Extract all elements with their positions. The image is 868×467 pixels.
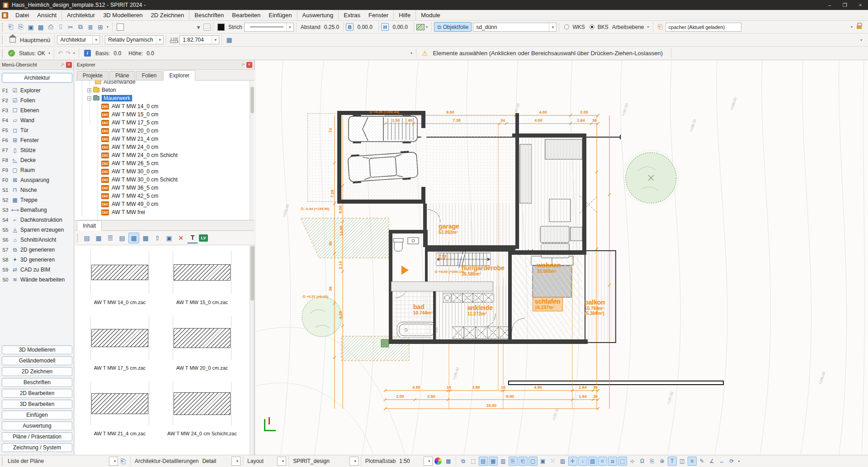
- menu-item[interactable]: Ansicht: [33, 10, 62, 20]
- more-colors-button[interactable]: …: [203, 24, 211, 31]
- center-snap-icon[interactable]: ⊹: [628, 457, 637, 466]
- explorer-tab[interactable]: Explorer: [163, 70, 195, 81]
- crop-icon[interactable]: ⌗: [598, 457, 607, 466]
- layout-grid-icon[interactable]: ▦: [444, 457, 453, 466]
- magnet-icon[interactable]: Ω: [638, 457, 647, 466]
- undo-icon[interactable]: ↶: [58, 50, 63, 57]
- statusbar-overflow-icon[interactable]: ▾: [738, 459, 740, 463]
- sidebar-item[interactable]: F0 ⊠ Aussparung: [0, 175, 74, 185]
- objektfolie-toggle[interactable]: ⧉Objektfolie: [434, 22, 472, 32]
- move-tool-icon[interactable]: ✛: [568, 457, 577, 466]
- sidebar-item[interactable]: F1 ☑ Explorer: [0, 86, 74, 95]
- explorer-tab[interactable]: Projekte: [77, 71, 108, 80]
- wks-radio[interactable]: [564, 24, 569, 29]
- scale-select[interactable]: 1:82.704▾: [179, 35, 219, 44]
- sidebar-item[interactable]: S9 ⇄ CAD zu BIM: [0, 265, 74, 275]
- menu-item[interactable]: Bearbeiten: [228, 10, 264, 20]
- color-dropdown-icon[interactable]: ▾: [193, 22, 203, 32]
- layout-dropdown[interactable]: ▾: [277, 457, 286, 466]
- lines-tool-icon[interactable]: ≡: [688, 457, 697, 466]
- tree-scrollbar[interactable]: [250, 81, 254, 220]
- menu-item[interactable]: Beschriften: [190, 10, 228, 20]
- menu-item[interactable]: Datei: [11, 10, 33, 20]
- folie-front-icon[interactable]: ▢: [528, 457, 538, 466]
- layout-label[interactable]: Layout: [247, 458, 264, 464]
- clipboard-lock-icon[interactable]: ⎘: [648, 457, 657, 466]
- layer-settings-icon[interactable]: ▦: [224, 35, 234, 45]
- folder-up-icon[interactable]: ⇧: [152, 233, 163, 243]
- plan-list-dropdown[interactable]: ▾: [109, 457, 118, 466]
- sidebar-nav-button[interactable]: 3D Modellieren: [2, 345, 72, 354]
- arrow-down-icon[interactable]: ↓: [578, 457, 587, 466]
- sidebar-item[interactable]: S3 ⟷ Bemaßung: [0, 205, 74, 215]
- sidebar-item[interactable]: S6 ⌂ Schnitt/Ansicht: [0, 235, 74, 245]
- menu-item[interactable]: Fenster: [364, 10, 394, 20]
- folie-new-icon[interactable]: ⎘: [509, 457, 518, 466]
- door-tool-icon[interactable]: ◫: [678, 457, 687, 466]
- raster-icon[interactable]: ⁙: [548, 457, 557, 466]
- inhalt-tab[interactable]: Inhalt: [77, 220, 102, 231]
- sidebar-item[interactable]: F4 ▱ Wand: [0, 115, 74, 125]
- menu-item[interactable]: Einfügen: [264, 10, 297, 20]
- save-all-icon[interactable]: ▦: [36, 22, 46, 32]
- abstand-value[interactable]: 0.25.0: [324, 24, 339, 30]
- tree-item-zac[interactable]: ZAC AW T MW 21_4 cm: [75, 135, 255, 143]
- measure-icon[interactable]: ⊞: [95, 22, 105, 32]
- sidebar-item[interactable]: F5 ◻ Tür: [0, 125, 74, 135]
- rotate-tool-icon[interactable]: ⟳: [727, 457, 736, 466]
- color-wheel-icon[interactable]: [434, 457, 442, 465]
- detail-dropdown[interactable]: ▾: [231, 457, 241, 466]
- sidebar-item[interactable]: S4 ⌐ Dachkonstruktion: [0, 215, 74, 225]
- sidebar-item[interactable]: F9 ▢ Raum: [0, 165, 74, 175]
- plot-scale-dropdown[interactable]: ▾: [424, 457, 433, 466]
- cut-icon[interactable]: ✂: [66, 22, 75, 32]
- design-dropdown[interactable]: ▾: [349, 457, 359, 466]
- sidebar-nav-button[interactable]: Pläne / Präsentation: [2, 432, 72, 441]
- paste-icon[interactable]: ⌷: [56, 22, 66, 32]
- relativ-select[interactable]: Relativ Dynamisch▾: [105, 35, 164, 44]
- view-thumbnails-icon[interactable]: ▦: [128, 233, 139, 243]
- sidebar-item[interactable]: S5 ◬ Sparren erzeugen: [0, 225, 74, 235]
- menu-item[interactable]: Architektur: [63, 10, 99, 20]
- drawing-canvas[interactable]: garage53.092m² flur/garderobe16.580m² wo…: [256, 60, 868, 455]
- new-sheet-icon[interactable]: ⎗: [118, 456, 128, 466]
- width-value[interactable]: 0.00.0: [355, 24, 374, 30]
- tree-item-zac[interactable]: ZAC AW T MW 17_5 cm: [75, 119, 255, 127]
- clipboard-list-icon[interactable]: ≣: [85, 22, 95, 32]
- tree-item-zac[interactable]: ZAC AW T MW 30_0 cm Schicht: [75, 176, 255, 184]
- sidebar-nav-button[interactable]: Auswertung: [2, 421, 72, 430]
- arbeitsebene-label[interactable]: Arbeitsebene: [612, 24, 644, 30]
- menu-item[interactable]: 2D Zeichnen: [147, 10, 190, 20]
- sidebar-nav-button[interactable]: Beschriften: [2, 378, 72, 387]
- new-folder-icon[interactable]: ▣: [164, 233, 175, 243]
- folie-select[interactable]: sd_dünn▾: [473, 23, 557, 32]
- sidebar-item[interactable]: S8 ✦ 3D generieren: [0, 255, 74, 265]
- tree-item-zac[interactable]: ZAC AW T MW 26_5 cm: [75, 159, 255, 167]
- toolbar2-overflow-icon[interactable]: ▾: [860, 38, 862, 42]
- wall-preview-item[interactable]: AW T MW 15_0 cm.zac: [162, 251, 242, 314]
- view-large-icons-icon[interactable]: ▤: [81, 233, 92, 243]
- stamp-icon[interactable]: ⎗: [656, 22, 665, 32]
- sidebar-item[interactable]: S7 ⧉ 2D generieren: [0, 245, 74, 255]
- toolbar-grip[interactable]: [2, 23, 4, 31]
- plot-scale-value[interactable]: 1:50: [399, 458, 410, 464]
- text-filter-icon[interactable]: T: [187, 233, 198, 243]
- sidebar-item[interactable]: F8 ◺ Decke: [0, 155, 74, 165]
- wall-preview-item[interactable]: AW T MW 20_0 cm.zac: [162, 316, 242, 380]
- select-rect-icon[interactable]: ⬚: [618, 457, 627, 466]
- arbeitsebene-dropdown-icon[interactable]: ▾: [647, 25, 649, 29]
- frame-hatch-icon[interactable]: ▧: [588, 457, 597, 466]
- lock-icon[interactable]: [857, 25, 862, 29]
- hauptmenu-button[interactable]: Hauptmenü: [20, 37, 50, 43]
- width-tool-icon[interactable]: ↔: [717, 457, 726, 466]
- close-panel-icon[interactable]: ×: [246, 62, 252, 68]
- plan-list-label[interactable]: Liste der Pläne: [8, 458, 107, 464]
- pin-icon[interactable]: ⊤: [59, 62, 66, 68]
- menu-item[interactable]: Module: [417, 10, 444, 20]
- wall-preview-item[interactable]: AW T MW 17_5 cm.zac: [80, 316, 160, 380]
- height-value[interactable]: 0.00.0: [391, 24, 410, 30]
- tree-item-zac[interactable]: ZAC AW T MW frei: [75, 208, 255, 216]
- sidebar-nav-button[interactable]: 2D Bearbeiten: [2, 389, 72, 398]
- delete-icon[interactable]: ✕: [175, 233, 186, 243]
- view-details-icon[interactable]: ▤: [117, 233, 127, 243]
